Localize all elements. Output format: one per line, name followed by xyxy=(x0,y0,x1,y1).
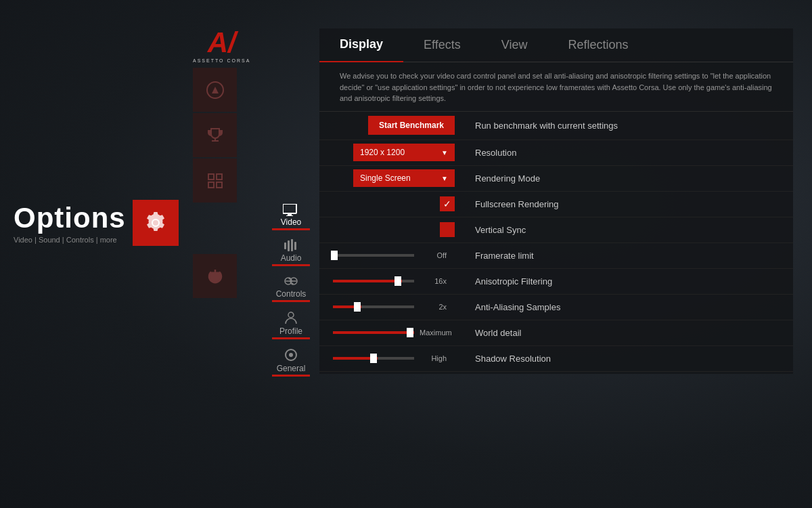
svg-point-16 xyxy=(292,283,294,285)
antialiasing-slider-container: 2x xyxy=(333,303,455,311)
left-icon-column xyxy=(193,68,237,203)
svg-rect-6 xyxy=(288,213,292,215)
anisotropic-thumb[interactable] xyxy=(394,276,401,286)
nav-label-video: Video xyxy=(281,217,301,227)
svg-point-18 xyxy=(289,353,293,357)
subtitle-sound[interactable]: Sound xyxy=(39,236,60,244)
tab-effects[interactable]: Effects xyxy=(403,28,481,62)
framerate-slider-track[interactable] xyxy=(333,254,414,257)
subtitle-controls[interactable]: Controls xyxy=(66,236,94,244)
anisotropic-row: 16x Anisotropic Filtering xyxy=(319,269,793,295)
power-icon-button[interactable] xyxy=(193,254,237,298)
anisotropic-label: Anisotropic Filtering xyxy=(461,276,780,287)
options-title: Options xyxy=(14,202,126,234)
nav-bar-profile xyxy=(272,337,310,339)
nav-bar-controls xyxy=(272,300,310,302)
trophy-icon-button[interactable] xyxy=(193,113,237,157)
nav-label-controls: Controls xyxy=(276,289,307,299)
world-detail-thumb[interactable] xyxy=(407,328,413,337)
shadow-resolution-value: High xyxy=(420,354,447,362)
nav-label-audio: Audio xyxy=(281,253,302,263)
subtitle-video[interactable]: Video xyxy=(14,236,32,244)
antialiasing-slider-track[interactable] xyxy=(333,305,414,308)
svg-rect-8 xyxy=(284,242,286,249)
nav-bar-audio xyxy=(272,264,310,266)
nav-label-profile: Profile xyxy=(279,326,302,336)
anisotropic-slider-container: 16x xyxy=(333,277,455,285)
gear-block xyxy=(133,200,179,246)
nav-label-general: General xyxy=(277,364,306,373)
nav-item-controls[interactable]: Controls xyxy=(264,270,318,306)
svg-point-15 xyxy=(289,278,291,280)
fullscreen-row: ✓ Fullscreen Rendering xyxy=(319,192,793,217)
svg-rect-3 xyxy=(208,182,214,188)
tab-reflections[interactable]: Reflections xyxy=(547,28,648,62)
tabs-bar: Display Effects View Reflections xyxy=(319,28,793,62)
grid-icon-button[interactable] xyxy=(193,158,237,203)
nav-item-general[interactable]: General xyxy=(264,343,318,381)
resolution-dropdown[interactable]: 1920 x 1200 ▼ xyxy=(353,144,455,161)
antialiasing-row: 2x Anti-Aliasing Samples xyxy=(319,295,793,320)
nav-item-audio[interactable]: Audio xyxy=(264,234,318,270)
svg-rect-11 xyxy=(294,242,296,250)
antialiasing-thumb[interactable] xyxy=(354,302,361,312)
svg-rect-4 xyxy=(217,182,222,188)
tab-view[interactable]: View xyxy=(481,28,548,62)
logo-brand: ASSETTO CORSA xyxy=(193,58,250,63)
shadow-resolution-slider-container: High xyxy=(333,354,455,362)
svg-rect-7 xyxy=(286,215,293,216)
rendering-mode-row: Single Screen ▼ Rendering Mode xyxy=(319,166,793,192)
shadow-resolution-label: Shadow Resolution xyxy=(461,354,780,364)
nav-item-video[interactable]: Video xyxy=(264,200,318,234)
benchmark-row: Start Benchmark Run benchmark with curre… xyxy=(319,112,793,140)
settings-area: Start Benchmark Run benchmark with curre… xyxy=(319,112,793,372)
tab-display[interactable]: Display xyxy=(319,28,403,62)
info-text: We advise you to check your video card c… xyxy=(319,62,793,112)
anisotropic-slider-track[interactable] xyxy=(333,280,414,282)
framerate-slider-container: Off xyxy=(333,251,455,259)
rendering-mode-dropdown[interactable]: Single Screen ▼ xyxy=(353,169,455,187)
svg-rect-1 xyxy=(208,174,214,179)
framerate-label: Framerate limit xyxy=(461,251,780,261)
shadow-resolution-row: High Shadow Resolution xyxy=(319,346,793,372)
main-content-panel: Display Effects View Reflections We advi… xyxy=(319,28,793,374)
anisotropic-value: 16x xyxy=(420,277,447,285)
antialiasing-value: 2x xyxy=(420,303,447,311)
world-detail-fill xyxy=(333,331,414,334)
svg-point-17 xyxy=(288,312,294,318)
race-icon-button[interactable] xyxy=(193,68,237,112)
options-section: Options Video | Sound | Controls | more xyxy=(0,200,264,246)
world-detail-value: Maximum xyxy=(420,329,452,337)
options-subtitle: Video | Sound | Controls | more xyxy=(14,236,126,244)
shadow-resolution-slider-track[interactable] xyxy=(333,357,414,360)
nav-bar-video xyxy=(272,228,310,230)
logo-slash: A/ xyxy=(193,28,250,57)
fullscreen-label: Fullscreen Rendering xyxy=(461,199,780,209)
nav-menu: Video Audio Controls Profile xyxy=(264,200,318,381)
world-detail-row: Maximum World detail xyxy=(319,320,793,346)
world-detail-label: World detail xyxy=(461,328,780,338)
logo-area: A/ ASSETTO CORSA xyxy=(193,28,250,63)
framerate-row: Off Framerate limit xyxy=(319,243,793,269)
world-detail-slider-track[interactable] xyxy=(333,331,414,334)
vsync-toggle[interactable] xyxy=(440,222,455,237)
framerate-thumb[interactable] xyxy=(331,251,338,260)
svg-rect-5 xyxy=(283,204,296,213)
dropdown-arrow-rendering: ▼ xyxy=(441,175,448,182)
dropdown-arrow-resolution: ▼ xyxy=(441,149,448,156)
resolution-row: 1920 x 1200 ▼ Resolution xyxy=(319,140,793,166)
subtitle-more[interactable]: more xyxy=(100,236,117,244)
vsync-label: Vertical Sync xyxy=(461,225,780,235)
nav-item-profile[interactable]: Profile xyxy=(264,306,318,343)
svg-rect-10 xyxy=(291,239,293,251)
svg-rect-2 xyxy=(217,174,222,179)
fullscreen-checkbox[interactable]: ✓ xyxy=(440,196,455,211)
anisotropic-fill xyxy=(333,280,402,282)
rendering-mode-label: Rendering Mode xyxy=(461,173,780,184)
framerate-value: Off xyxy=(420,251,447,259)
svg-rect-9 xyxy=(288,240,290,251)
resolution-label: Resolution xyxy=(461,148,780,158)
benchmark-label: Run benchmark with current settings xyxy=(461,121,780,131)
benchmark-button[interactable]: Start Benchmark xyxy=(368,116,455,135)
shadow-resolution-thumb[interactable] xyxy=(370,354,377,363)
